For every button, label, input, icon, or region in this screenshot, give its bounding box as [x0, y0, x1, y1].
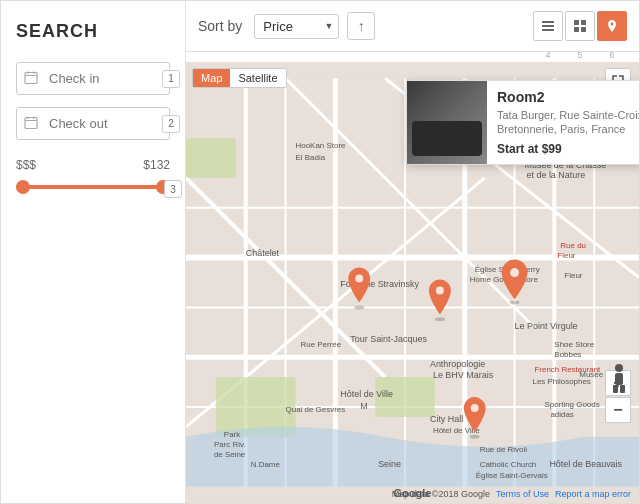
- svg-point-76: [354, 305, 364, 309]
- svg-rect-12: [581, 20, 586, 25]
- svg-rect-35: [186, 138, 236, 178]
- svg-text:El Badia: El Badia: [296, 153, 326, 162]
- popup-title: Room2: [497, 89, 639, 105]
- svg-rect-8: [542, 21, 554, 23]
- svg-text:City Hall: City Hall: [430, 414, 463, 424]
- map-tab-satellite[interactable]: Satellite: [230, 69, 285, 87]
- street-view-icon[interactable]: [609, 363, 629, 393]
- svg-text:French Restaurant: French Restaurant: [534, 365, 601, 374]
- badge-1: 1: [162, 70, 180, 88]
- svg-text:Le BHV Marais: Le BHV Marais: [433, 370, 494, 380]
- popup-price: Start at $99: [497, 142, 639, 156]
- badge-3: 3: [164, 180, 182, 198]
- svg-text:Bobbes: Bobbes: [554, 350, 581, 359]
- grid-view-button[interactable]: [565, 11, 595, 41]
- popup-sofa-decoration: [412, 121, 482, 156]
- map-popup: Room2 Tata Burger, Rue Sainte-Croix de l…: [406, 80, 639, 165]
- svg-point-82: [470, 435, 480, 439]
- svg-text:Park: Park: [224, 430, 240, 439]
- calendar-icon: [24, 70, 38, 87]
- checkout-group: 2: [16, 107, 170, 140]
- svg-rect-13: [574, 27, 579, 32]
- list-view-button[interactable]: [533, 11, 563, 41]
- badge-5: 5: [565, 50, 595, 60]
- svg-text:Seine: Seine: [378, 459, 401, 469]
- svg-rect-86: [613, 385, 618, 393]
- popup-content: Room2 Tata Burger, Rue Sainte-Croix de l…: [487, 81, 639, 164]
- svg-text:Parc Riv.: Parc Riv.: [214, 440, 246, 449]
- svg-text:Quai de Gesvres: Quai de Gesvres: [286, 405, 346, 414]
- map-tab-map[interactable]: Map: [193, 69, 230, 87]
- svg-point-79: [436, 286, 444, 294]
- svg-point-83: [471, 404, 479, 412]
- svg-text:Rue de Rivoli: Rue de Rivoli: [480, 445, 528, 454]
- svg-text:Rue du: Rue du: [560, 241, 586, 250]
- popup-image: [407, 81, 487, 164]
- badge-6: 6: [597, 50, 627, 60]
- popup-price-label: Start at: [497, 142, 542, 156]
- svg-text:M: M: [360, 401, 367, 411]
- range-fill: [16, 185, 170, 189]
- svg-text:Châtelet: Châtelet: [246, 248, 280, 258]
- range-track: [16, 185, 170, 189]
- map-tabs: Map Satellite: [192, 68, 287, 88]
- badge-2: 2: [162, 115, 180, 133]
- svg-point-77: [355, 275, 363, 283]
- svg-text:N.Dame: N.Dame: [251, 460, 281, 469]
- svg-text:Église Saint-Gervais: Église Saint-Gervais: [476, 471, 548, 480]
- report-link[interactable]: Report a map error: [555, 489, 631, 499]
- app-container: SEARCH 1: [0, 0, 640, 504]
- map-data-label: Map data ©2018 Google: [392, 489, 490, 499]
- svg-point-81: [510, 268, 519, 277]
- popup-price-value: $99: [542, 142, 562, 156]
- svg-rect-11: [574, 20, 579, 25]
- svg-text:Rue Perrée: Rue Perrée: [300, 340, 341, 349]
- checkout-input[interactable]: [16, 107, 170, 140]
- svg-text:Les Philosophes: Les Philosophes: [532, 377, 590, 386]
- topbar: Sort by Price Rating Distance ↑: [186, 1, 639, 52]
- price-min-label: $$$: [16, 158, 36, 172]
- main-panel: Sort by Price Rating Distance ↑: [186, 1, 639, 503]
- svg-text:adidas: adidas: [550, 410, 573, 419]
- sort-label: Sort by: [198, 18, 242, 34]
- svg-text:Catholic Church: Catholic Church: [480, 460, 537, 469]
- svg-text:et de la Nature: et de la Nature: [526, 170, 585, 180]
- svg-text:Hôtel de Beauvais: Hôtel de Beauvais: [549, 459, 622, 469]
- map-view-button[interactable]: [597, 11, 627, 41]
- map-container[interactable]: Leroy Merlin Paris - Beaubourg Musée de …: [186, 62, 639, 503]
- sort-direction-button[interactable]: ↑: [347, 12, 375, 40]
- svg-point-78: [435, 317, 445, 321]
- svg-rect-85: [615, 373, 623, 385]
- svg-text:Sporting Goods: Sporting Goods: [544, 400, 599, 409]
- svg-text:HooKan Store: HooKan Store: [296, 141, 347, 150]
- svg-text:Fleur: Fleur: [564, 271, 582, 280]
- svg-rect-9: [542, 25, 554, 27]
- badge-4: 4: [533, 50, 563, 60]
- svg-point-80: [510, 300, 520, 304]
- checkin-group: 1: [16, 62, 170, 95]
- sidebar: SEARCH 1: [1, 1, 186, 503]
- range-thumb-left[interactable]: [16, 180, 30, 194]
- popup-subtitle: Tata Burger, Rue Sainte-Croix de la Bret…: [497, 108, 639, 137]
- svg-rect-87: [620, 385, 625, 393]
- svg-text:Anthropologie: Anthropologie: [430, 359, 485, 369]
- svg-rect-4: [25, 117, 37, 128]
- price-labels: $$$ $132: [16, 158, 170, 172]
- view-buttons: [533, 11, 627, 41]
- price-range-section: $$$ $132 3: [16, 158, 170, 196]
- zoom-out-button[interactable]: −: [605, 397, 631, 423]
- svg-text:Hôtel de Ville: Hôtel de Ville: [340, 389, 393, 399]
- svg-point-84: [615, 364, 623, 372]
- svg-text:Shoe Store: Shoe Store: [554, 340, 594, 349]
- svg-rect-10: [542, 29, 554, 31]
- svg-rect-14: [581, 27, 586, 32]
- terms-link[interactable]: Terms of Use: [496, 489, 549, 499]
- price-max-label: $132: [143, 158, 170, 172]
- price-slider[interactable]: 3: [16, 178, 170, 196]
- checkin-input[interactable]: [16, 62, 170, 95]
- sort-select[interactable]: Price Rating Distance: [254, 14, 339, 39]
- svg-text:de Seine: de Seine: [214, 450, 246, 459]
- svg-text:Tour Saint-Jacques: Tour Saint-Jacques: [350, 334, 427, 344]
- svg-text:Le Point Virgule: Le Point Virgule: [515, 321, 578, 331]
- map-footer-right: Map data ©2018 Google Terms of Use Repor…: [392, 489, 631, 499]
